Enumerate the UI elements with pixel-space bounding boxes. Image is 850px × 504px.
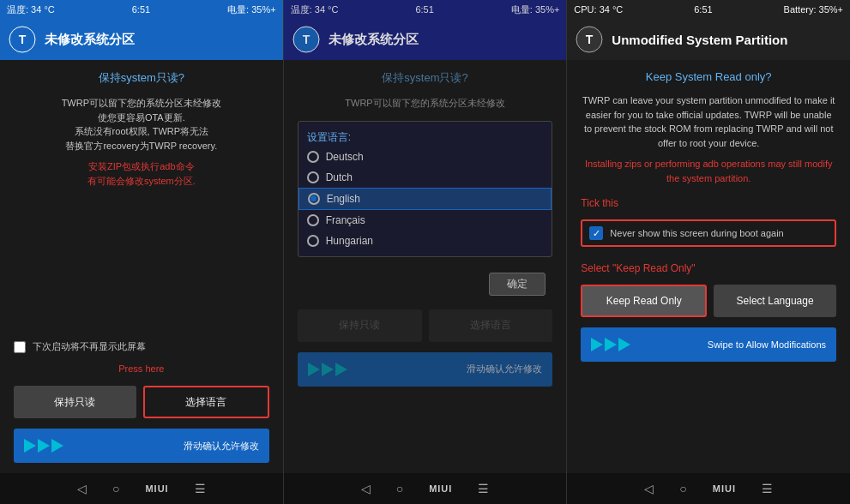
swipe-label-2: 滑动确认允许修改 xyxy=(356,363,543,375)
radio-dutch xyxy=(307,171,319,183)
screens-container: 温度: 34 °C 6:51 电量: 35%+ T 未修改系统分区 保持syst… xyxy=(0,0,850,473)
swipe-arrows-1 xyxy=(24,439,63,453)
lang-option-hungarian[interactable]: Hungarian xyxy=(298,231,552,251)
svg-text:T: T xyxy=(302,33,310,46)
swipe-bar-1[interactable]: 滑动确认允许修改 xyxy=(14,429,269,463)
status-bar-2: 温度: 34 °C 6:51 电量: 35%+ xyxy=(284,0,567,19)
title-3: Unmodified System Partition xyxy=(612,33,787,47)
lang-option-dutch[interactable]: Dutch xyxy=(298,167,552,188)
cb-check-icon: ✓ xyxy=(589,226,603,240)
section-title-2: 保持system只读? xyxy=(298,70,553,86)
arrow-9 xyxy=(618,338,630,351)
never-show-label: Never show this screen during boot again xyxy=(610,228,783,238)
nav-bar-2: ◁ ○ MIUI ☰ xyxy=(284,473,568,504)
screen-2: 温度: 34 °C 6:51 电量: 35%+ T 未修改系统分区 保持syst… xyxy=(284,0,568,473)
keep-read-only-btn-1[interactable]: 保持只读 xyxy=(14,386,136,418)
temp-2: 温度: 34 °C xyxy=(291,3,339,16)
title-1: 未修改系统分区 xyxy=(45,32,135,48)
arrow-4 xyxy=(308,363,320,376)
tick-label: Tick this xyxy=(581,197,836,209)
confirm-btn[interactable]: 确定 xyxy=(489,273,546,296)
radio-francais xyxy=(307,214,319,226)
keep-read-only-btn-3[interactable]: Keep Read Only xyxy=(581,285,707,317)
section-title-1: 保持system只读? xyxy=(14,70,269,86)
miui-brand-3: MIUI xyxy=(713,483,736,494)
select-language-btn-1[interactable]: 选择语言 xyxy=(143,386,269,418)
language-dropdown[interactable]: 设置语言: Deutsch Dutch English F xyxy=(298,121,553,257)
lang-option-label-deutsch: Deutsch xyxy=(326,151,364,163)
press-here-label: Press here xyxy=(14,363,269,374)
lang-option-label-francais: Français xyxy=(326,214,365,226)
arrow-6 xyxy=(335,363,347,376)
title-bar-3: T Unmodified System Partition xyxy=(567,19,850,60)
nav-bar-1: ◁ ○ MIUI ☰ xyxy=(0,473,284,504)
arrow-5 xyxy=(322,363,334,376)
title-bar-2: T 未修改系统分区 xyxy=(284,19,567,60)
swipe-bar-3[interactable]: Swipe to Allow Modifications xyxy=(581,327,836,362)
arrow-3 xyxy=(51,439,63,453)
select-label: Select "Keep Read Only" xyxy=(581,262,836,274)
content-1: 保持system只读? TWRP可以留下您的系统分区未经修改使您更容易OTA更新… xyxy=(0,60,283,473)
radio-inner-english xyxy=(310,195,316,201)
nav-bar-3: ◁ ○ MIUI ☰ xyxy=(567,473,850,504)
lang-option-deutsch[interactable]: Deutsch xyxy=(298,147,552,167)
select-language-btn-3[interactable]: Select Language xyxy=(714,285,836,317)
warning-text-3: Installing zips or performing adb operat… xyxy=(581,157,836,185)
swipe-label-3: Swipe to Allow Modifications xyxy=(639,339,826,350)
home-btn-1[interactable]: ○ xyxy=(112,482,119,495)
keep-read-only-btn-2[interactable]: 保持只读 xyxy=(298,309,422,342)
miui-brand-1: MIUI xyxy=(145,483,168,494)
cpu-3: CPU: 34 °C xyxy=(574,4,623,15)
checkbox-bordered[interactable]: ✓ Never show this screen during boot aga… xyxy=(581,219,836,247)
menu-btn-1[interactable]: ☰ xyxy=(195,482,206,495)
home-btn-3[interactable]: ○ xyxy=(679,482,686,495)
lang-option-label-english: English xyxy=(327,193,360,205)
svg-text:T: T xyxy=(19,33,27,46)
radio-hungarian xyxy=(307,235,319,247)
select-language-btn-2[interactable]: 选择语言 xyxy=(429,309,553,342)
lang-option-label-dutch: Dutch xyxy=(326,171,353,183)
lang-option-english[interactable]: English xyxy=(298,188,552,210)
lang-option-francais[interactable]: Français xyxy=(298,210,552,231)
menu-btn-3[interactable]: ☰ xyxy=(762,482,773,495)
back-btn-3[interactable]: ◁ xyxy=(644,482,654,495)
screen-1: 温度: 34 °C 6:51 电量: 35%+ T 未修改系统分区 保持syst… xyxy=(0,0,284,473)
home-btn-2[interactable]: ○ xyxy=(396,482,403,495)
status-bar-1: 温度: 34 °C 6:51 电量: 35%+ xyxy=(0,0,283,19)
body-text-3: TWRP can leave your system partition unm… xyxy=(581,93,836,150)
section-title-3: Keep System Read only? xyxy=(581,70,836,83)
battery-2: 电量: 35%+ xyxy=(511,3,560,16)
button-row-2: 保持只读 选择语言 xyxy=(298,309,553,342)
back-btn-1[interactable]: ◁ xyxy=(77,482,87,495)
status-bar-3: CPU: 34 °C 6:51 Battery: 35%+ xyxy=(567,0,850,19)
arrow-8 xyxy=(605,338,617,351)
time-1: 6:51 xyxy=(132,4,150,15)
miui-brand-2: MIUI xyxy=(429,483,452,494)
screen-3: CPU: 34 °C 6:51 Battery: 35%+ T Unmodifi… xyxy=(567,0,850,473)
arrow-1 xyxy=(24,439,36,453)
content-2: 保持system只读? TWRP可以留下您的系统分区未经修改 设置语言: Deu… xyxy=(284,60,567,473)
twrp-icon-3: T xyxy=(576,26,603,53)
time-3: 6:51 xyxy=(694,4,712,15)
svg-text:T: T xyxy=(586,33,594,46)
radio-english xyxy=(308,193,320,205)
back-btn-2[interactable]: ◁ xyxy=(361,482,371,495)
swipe-arrows-3 xyxy=(591,338,630,351)
checkbox-row-1: 下次启动将不再显示此屏幕 xyxy=(14,337,269,357)
checkbox-label-1: 下次启动将不再显示此屏幕 xyxy=(33,340,146,353)
button-row-3: Keep Read Only Select Language xyxy=(581,285,836,317)
body-text-2: TWRP可以留下您的系统分区未经修改 xyxy=(298,96,553,111)
arrow-7 xyxy=(591,338,603,351)
twrp-icon-2: T xyxy=(292,26,320,53)
battery-3: Battery: 35%+ xyxy=(784,4,843,15)
title-2: 未修改系统分区 xyxy=(329,32,419,48)
time-2: 6:51 xyxy=(415,4,433,15)
swipe-label-1: 滑动确认允许修改 xyxy=(72,440,259,453)
lang-label: 设置语言: xyxy=(298,127,552,147)
swipe-arrows-2 xyxy=(308,363,347,376)
lang-option-label-hungarian: Hungarian xyxy=(326,235,373,247)
swipe-bar-2[interactable]: 滑动确认允许修改 xyxy=(298,352,553,387)
title-bar-1: T 未修改系统分区 xyxy=(0,19,283,60)
menu-btn-2[interactable]: ☰ xyxy=(478,482,489,495)
checkbox-1[interactable] xyxy=(14,341,26,353)
